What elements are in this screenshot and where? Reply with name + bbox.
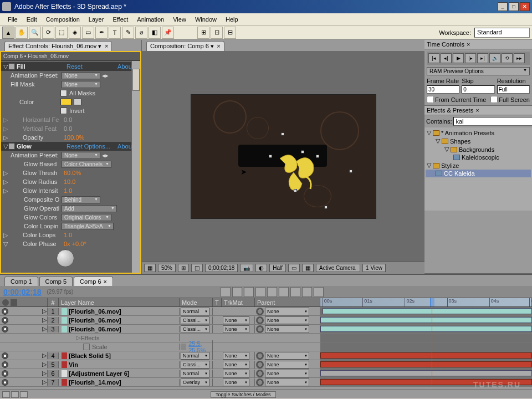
camera-select[interactable]: Active Camera: [316, 264, 360, 272]
glow-based-select[interactable]: Color Channels: [62, 161, 111, 168]
layer-row[interactable]: ▷ 4 Black Solid 5 Normal None None: [0, 351, 532, 360]
always-preview-icon[interactable]: ▦: [144, 264, 156, 272]
twirl-icon[interactable]: ▷: [42, 308, 47, 315]
parent-select[interactable]: None: [265, 308, 309, 315]
tree-item[interactable]: ▽Shapes: [426, 137, 531, 145]
visibility-toggle[interactable]: [2, 352, 8, 359]
preset-select[interactable]: None: [62, 152, 100, 159]
blend-mode-select[interactable]: Classi...: [181, 361, 209, 369]
layer-name[interactable]: Adjustment Layer 6: [69, 370, 129, 377]
menu-layer[interactable]: Layer: [84, 15, 109, 24]
layer-name[interactable]: Flourish_06.mov: [69, 326, 121, 332]
color-phase-value[interactable]: 0x +0.0°: [64, 241, 86, 247]
preset-next-icon[interactable]: ▸: [105, 72, 109, 79]
chevron-down-icon[interactable]: ▾: [211, 43, 214, 49]
transform-handle[interactable]: [301, 150, 304, 154]
frame-rate-input[interactable]: [427, 85, 459, 94]
layer-bar[interactable]: [320, 317, 532, 323]
rotate-tool-icon[interactable]: ⟳: [42, 27, 54, 39]
twirl-icon[interactable]: ▽: [3, 241, 8, 248]
transform-handle[interactable]: [269, 155, 272, 158]
menu-window[interactable]: Window: [191, 15, 221, 24]
toggle-icon[interactable]: [11, 391, 19, 398]
pickwhip-icon[interactable]: [256, 370, 264, 377]
toggle-switches-button[interactable]: Toggle Switches / Modes: [211, 391, 276, 398]
pan-behind-tool-icon[interactable]: ◈: [69, 27, 81, 39]
brackets-icon[interactable]: [20, 391, 28, 398]
color-loops-value[interactable]: 1.0: [64, 232, 72, 238]
label-color[interactable]: [62, 379, 67, 386]
resolution-select[interactable]: Half: [269, 264, 286, 272]
transform-handle[interactable]: [316, 155, 319, 158]
axis-local-icon[interactable]: ⊡: [211, 27, 223, 39]
roi-icon[interactable]: ▭: [288, 264, 300, 272]
comp-flowchart-icon[interactable]: [232, 287, 242, 297]
twirl-icon[interactable]: ▷: [3, 232, 8, 239]
hideshylayers-icon[interactable]: [255, 287, 265, 297]
close-icon[interactable]: ×: [104, 278, 107, 285]
label-color[interactable]: [62, 370, 67, 377]
tab-comp6[interactable]: Comp 6×: [74, 277, 113, 286]
loop-button[interactable]: ⟲: [502, 53, 513, 63]
pickwhip-icon[interactable]: [256, 378, 264, 386]
selection-tool-icon[interactable]: ▲: [2, 27, 14, 39]
time-ruler[interactable]: 00s 01s 02s 03s 04s 05s: [320, 298, 532, 306]
close-icon[interactable]: ×: [467, 41, 470, 48]
twirl-icon[interactable]: ▷: [3, 116, 8, 124]
phase-dial[interactable]: [57, 249, 74, 267]
trkmat-select[interactable]: None: [223, 378, 249, 386]
twirl-icon[interactable]: ▽: [427, 129, 431, 136]
blend-mode-select[interactable]: Overlay: [181, 378, 209, 386]
twirl-icon[interactable]: ▽: [3, 63, 8, 70]
tree-item[interactable]: ▽* Animation Presets: [426, 129, 531, 137]
transform-handle[interactable]: [349, 170, 352, 173]
visibility-toggle[interactable]: [2, 317, 8, 324]
rectangle-tool-icon[interactable]: ▭: [82, 27, 94, 39]
pickwhip-icon[interactable]: [256, 352, 264, 360]
transform-handle[interactable]: [281, 132, 284, 136]
maximize-button[interactable]: □: [509, 2, 519, 11]
fx-fill-header[interactable]: ▽ Fill Reset About...: [1, 62, 140, 71]
contains-input[interactable]: [453, 117, 532, 126]
fx-glow-header[interactable]: ▽ Glow Reset Options... About...: [1, 142, 140, 151]
ram-preview-button[interactable]: ▸▸: [514, 53, 525, 63]
twirl-icon[interactable]: ▷: [42, 378, 47, 386]
transform-handle[interactable]: [294, 189, 297, 192]
minimize-button[interactable]: _: [498, 2, 508, 11]
transform-handle[interactable]: [324, 206, 328, 209]
twirl-icon[interactable]: ▷: [42, 370, 47, 377]
reset-link[interactable]: Reset: [66, 63, 83, 70]
tree-item[interactable]: Kaleidoscopic: [426, 154, 531, 161]
blend-mode-select[interactable]: Classi...: [181, 316, 209, 324]
layer-name[interactable]: Flourish_06.mov: [69, 317, 121, 324]
menu-animation[interactable]: Animation: [132, 15, 168, 24]
layer-name[interactable]: Black Solid 5: [69, 352, 111, 359]
scroll-thumb[interactable]: [132, 69, 140, 91]
full-screen-checkbox[interactable]: [490, 96, 498, 103]
menu-effect[interactable]: Effect: [108, 15, 132, 24]
scrollbar[interactable]: [131, 61, 140, 273]
play-button[interactable]: ▶: [453, 53, 464, 63]
color-swatch[interactable]: [60, 99, 71, 105]
layer-row[interactable]: ▷ 6 Adjustment Layer 6 Normal None None: [0, 369, 532, 378]
glow-radius-value[interactable]: 10.0: [64, 178, 75, 185]
channel-icon[interactable]: ◐: [255, 264, 267, 272]
property-row[interactable]: Scale25.5, 25.5%: [0, 342, 532, 351]
name-col[interactable]: Layer Name: [59, 298, 180, 306]
glow-intensity-value[interactable]: 1.0: [64, 187, 72, 194]
layer-bar[interactable]: [320, 379, 532, 385]
glow-thresh-value[interactable]: 60.0%: [64, 170, 81, 176]
tree-item[interactable]: ▽Backgrounds: [426, 145, 531, 154]
brush-tool-icon[interactable]: ✎: [122, 27, 134, 39]
pickwhip-icon[interactable]: [256, 316, 264, 324]
layer-row[interactable]: ▷ 3 Flourish_06.mov Classi... None None: [0, 325, 532, 334]
prev-frame-button[interactable]: ◂|: [441, 53, 452, 63]
grid-icon[interactable]: ⊞: [178, 264, 189, 272]
menu-help[interactable]: Help: [221, 15, 243, 24]
tab-comp5[interactable]: Comp 5: [39, 277, 73, 286]
close-icon[interactable]: ×: [475, 107, 479, 114]
search-icon[interactable]: [221, 287, 231, 297]
layer-name[interactable]: Flourish_14.mov: [69, 379, 121, 386]
last-frame-button[interactable]: ▸|: [477, 53, 488, 63]
invert-checkbox[interactable]: [60, 108, 67, 114]
